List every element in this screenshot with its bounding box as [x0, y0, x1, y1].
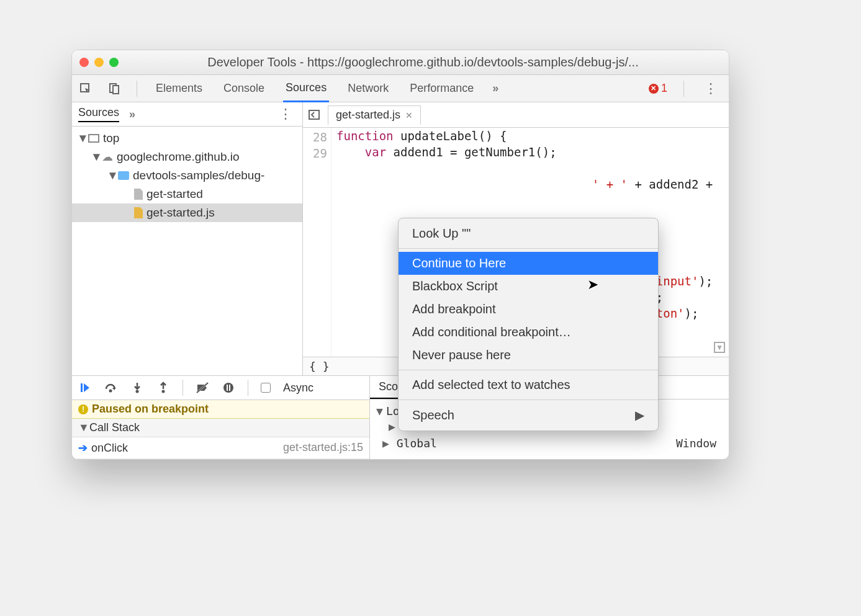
- disclosure-icon[interactable]: ▼: [78, 421, 86, 434]
- separator: [248, 380, 248, 396]
- tree-frame-top[interactable]: ▼ top: [72, 129, 302, 148]
- pause-on-exceptions-icon[interactable]: [222, 381, 235, 395]
- disclosure-icon[interactable]: ▼: [77, 132, 84, 145]
- folder-icon: [118, 171, 129, 180]
- current-frame-icon: ➔: [78, 442, 88, 454]
- tab-elements[interactable]: Elements: [153, 76, 205, 101]
- menu-never-pause-here[interactable]: Never pause here: [399, 344, 658, 367]
- tree-label: get-started: [147, 187, 203, 201]
- error-count: 1: [661, 82, 667, 95]
- submenu-arrow-icon: ▶: [635, 408, 644, 422]
- separator: [183, 380, 183, 396]
- disclosure-icon[interactable]: ▶: [389, 420, 396, 433]
- svg-point-7: [162, 390, 165, 393]
- toggle-navigator-icon[interactable]: [308, 109, 320, 121]
- minimize-window-icon[interactable]: [94, 58, 104, 67]
- close-window-icon[interactable]: [79, 58, 89, 67]
- paused-status: ! Paused on breakpoint: [72, 400, 369, 419]
- menu-blackbox-script[interactable]: Blackbox Script: [399, 275, 658, 298]
- jump-to-bottom-icon[interactable]: ▼: [714, 342, 725, 353]
- editor-tab-file[interactable]: get-started.js ✕: [328, 105, 421, 125]
- callstack-title: Call Stack: [89, 421, 140, 434]
- navigator-menu-icon[interactable]: ⋮: [275, 106, 296, 122]
- devtools-window: Developer Tools - https://googlechrome.g…: [71, 50, 729, 460]
- scope-global[interactable]: ▶ Global Window: [376, 434, 723, 452]
- more-menu-icon[interactable]: ⋮: [700, 81, 721, 97]
- svg-rect-3: [309, 110, 319, 119]
- maximize-window-icon[interactable]: [109, 58, 119, 67]
- menu-speech[interactable]: Speech▶: [399, 403, 658, 427]
- menu-lookup[interactable]: Look Up "": [399, 222, 658, 245]
- async-checkbox[interactable]: [261, 383, 271, 393]
- editor-tab-label: get-started.js: [336, 109, 400, 122]
- disclosure-icon[interactable]: ▼: [376, 404, 384, 417]
- tree-domain[interactable]: ▼ ☁ googlechrome.github.io: [72, 148, 302, 166]
- device-toggle-icon[interactable]: [108, 83, 120, 95]
- tree-folder[interactable]: ▼ devtools-samples/debug-: [72, 166, 302, 185]
- tabs-overflow-icon[interactable]: »: [492, 82, 498, 95]
- window-title: Developer Tools - https://googlechrome.g…: [125, 55, 721, 69]
- menu-add-to-watches[interactable]: Add selected text to watches: [399, 373, 658, 396]
- stack-function: onClick: [91, 442, 128, 454]
- tab-network[interactable]: Network: [345, 76, 391, 101]
- resume-icon[interactable]: [78, 381, 92, 395]
- global-label: Global: [397, 437, 437, 450]
- tree-label: get-started.js: [147, 206, 215, 220]
- line-number: 28: [303, 129, 327, 145]
- error-icon: ✕: [649, 84, 659, 94]
- step-over-icon[interactable]: [104, 381, 118, 395]
- navigator-tabs: Sources » ⋮: [72, 102, 302, 127]
- disclosure-icon[interactable]: ▶: [382, 437, 390, 450]
- main-tab-bar: Elements Console Sources Network Perform…: [72, 75, 729, 102]
- separator: [137, 81, 137, 97]
- svg-point-5: [109, 390, 112, 393]
- frame-icon: [88, 134, 99, 143]
- svg-point-8: [223, 383, 233, 393]
- context-menu: Look Up "" Continue to Here Blackbox Scr…: [398, 218, 659, 431]
- menu-add-conditional-breakpoint[interactable]: Add conditional breakpoint…: [399, 321, 658, 344]
- async-label: Async: [283, 382, 313, 395]
- tab-performance[interactable]: Performance: [407, 76, 476, 101]
- menu-continue-to-here[interactable]: Continue to Here: [399, 252, 658, 275]
- separator: [683, 81, 684, 97]
- tab-sources[interactable]: Sources: [283, 75, 329, 102]
- tree-label: googlechrome.github.io: [117, 150, 240, 164]
- line-gutter: 28 29: [303, 128, 331, 357]
- paused-text: Paused on breakpoint: [92, 403, 209, 416]
- menu-divider: [399, 400, 658, 400]
- svg-rect-0: [81, 84, 89, 92]
- callstack-frame[interactable]: ➔onClick get-started.js:15: [72, 437, 369, 459]
- mouse-cursor-icon: ➤: [587, 277, 598, 293]
- info-icon: !: [78, 404, 88, 414]
- svg-point-6: [136, 390, 139, 393]
- deactivate-breakpoints-icon[interactable]: [196, 381, 209, 395]
- disclosure-icon[interactable]: ▼: [91, 150, 98, 164]
- callstack-header[interactable]: ▼ Call Stack: [72, 419, 369, 437]
- svg-rect-10: [229, 385, 230, 391]
- svg-rect-4: [81, 383, 83, 392]
- step-into-icon[interactable]: [130, 381, 144, 395]
- line-number: 29: [303, 145, 327, 161]
- step-out-icon[interactable]: [156, 381, 170, 395]
- debugger-left: Async ! Paused on breakpoint ▼ Call Stac…: [72, 376, 370, 459]
- tree-label: devtools-samples/debug-: [133, 169, 264, 182]
- global-value: Window: [676, 437, 716, 450]
- tree-file-html[interactable]: get-started: [72, 185, 302, 203]
- file-tree: ▼ top ▼ ☁ googlechrome.github.io ▼ devto…: [72, 127, 302, 375]
- disclosure-icon[interactable]: ▼: [107, 169, 114, 182]
- inspect-element-icon[interactable]: [79, 83, 92, 95]
- editor-tab-bar: get-started.js ✕: [303, 102, 729, 128]
- menu-add-breakpoint[interactable]: Add breakpoint: [399, 298, 658, 321]
- navigator-tab-sources[interactable]: Sources: [78, 106, 119, 122]
- navigator-overflow-icon[interactable]: »: [129, 108, 135, 121]
- tab-console[interactable]: Console: [221, 76, 267, 101]
- error-indicator[interactable]: ✕ 1: [649, 82, 667, 95]
- debugger-toolbar: Async: [72, 376, 369, 400]
- cloud-icon: ☁: [102, 150, 113, 164]
- close-tab-icon[interactable]: ✕: [405, 110, 413, 120]
- menu-divider: [399, 248, 658, 249]
- tree-file-js[interactable]: get-started.js: [72, 203, 302, 222]
- titlebar: Developer Tools - https://googlechrome.g…: [72, 50, 729, 75]
- js-file-icon: [134, 207, 143, 218]
- svg-rect-2: [113, 86, 119, 94]
